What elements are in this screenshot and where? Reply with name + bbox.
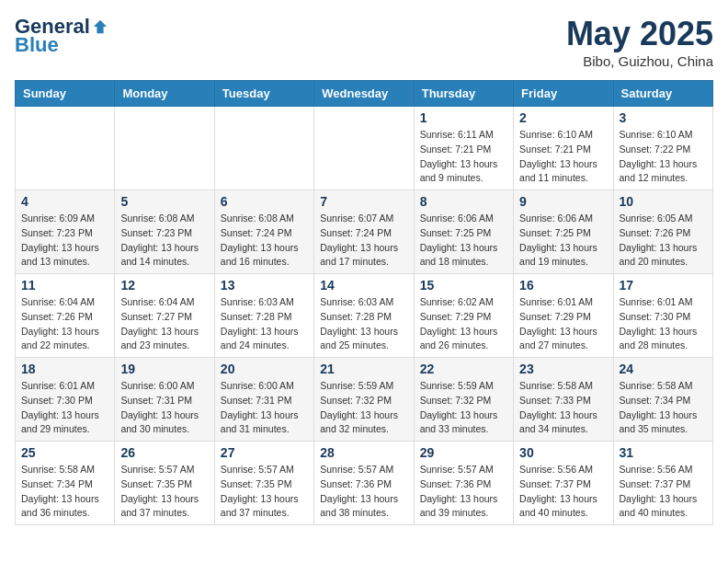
page-header: General Blue May 2025 Bibo, Guizhou, Chi…	[15, 15, 713, 69]
weekday-header: Monday	[115, 81, 214, 107]
day-info: Sunrise: 6:01 AM Sunset: 7:30 PM Dayligh…	[620, 295, 707, 353]
day-info: Sunrise: 6:06 AM Sunset: 7:25 PM Dayligh…	[519, 212, 607, 270]
day-number: 30	[519, 445, 607, 460]
day-number: 7	[320, 194, 407, 209]
calendar-day-cell: 29Sunrise: 5:57 AM Sunset: 7:36 PM Dayli…	[414, 442, 513, 525]
weekday-header: Saturday	[613, 81, 712, 107]
calendar-day-cell: 7Sunrise: 6:07 AM Sunset: 7:24 PM Daylig…	[314, 190, 414, 274]
calendar-day-cell: 8Sunrise: 6:06 AM Sunset: 7:25 PM Daylig…	[414, 190, 513, 274]
calendar-day-cell: 18Sunrise: 6:01 AM Sunset: 7:30 PM Dayli…	[16, 358, 115, 442]
weekday-header: Wednesday	[314, 81, 414, 107]
day-info: Sunrise: 5:57 AM Sunset: 7:36 PM Dayligh…	[320, 463, 407, 521]
calendar-day-cell	[214, 107, 313, 190]
day-info: Sunrise: 6:05 AM Sunset: 7:26 PM Dayligh…	[620, 212, 707, 270]
day-info: Sunrise: 6:04 AM Sunset: 7:27 PM Dayligh…	[120, 295, 208, 353]
title-block: May 2025 Bibo, Guizhou, China	[566, 15, 713, 69]
day-info: Sunrise: 6:08 AM Sunset: 7:23 PM Dayligh…	[120, 212, 208, 270]
day-number: 6	[221, 194, 308, 209]
day-number: 31	[620, 445, 707, 460]
calendar-week-row: 1Sunrise: 6:11 AM Sunset: 7:21 PM Daylig…	[16, 107, 713, 190]
calendar-day-cell: 9Sunrise: 6:06 AM Sunset: 7:25 PM Daylig…	[514, 190, 613, 274]
calendar-week-row: 25Sunrise: 5:58 AM Sunset: 7:34 PM Dayli…	[16, 442, 713, 525]
day-info: Sunrise: 6:03 AM Sunset: 7:28 PM Dayligh…	[221, 295, 308, 353]
calendar-day-cell	[16, 107, 115, 190]
day-number: 28	[320, 445, 407, 460]
calendar-day-cell: 11Sunrise: 6:04 AM Sunset: 7:26 PM Dayli…	[16, 274, 115, 358]
day-info: Sunrise: 5:57 AM Sunset: 7:35 PM Dayligh…	[120, 463, 208, 521]
calendar-day-cell: 16Sunrise: 6:01 AM Sunset: 7:29 PM Dayli…	[514, 274, 613, 358]
calendar-day-cell: 5Sunrise: 6:08 AM Sunset: 7:23 PM Daylig…	[115, 190, 214, 274]
svg-marker-0	[94, 20, 107, 33]
calendar-week-row: 18Sunrise: 6:01 AM Sunset: 7:30 PM Dayli…	[16, 358, 713, 442]
day-number: 27	[221, 445, 308, 460]
month-title: May 2025	[566, 15, 713, 53]
day-info: Sunrise: 6:10 AM Sunset: 7:22 PM Dayligh…	[620, 128, 707, 186]
day-number: 4	[21, 194, 108, 209]
day-info: Sunrise: 6:01 AM Sunset: 7:29 PM Dayligh…	[519, 295, 607, 353]
day-number: 21	[320, 362, 407, 376]
day-number: 11	[21, 278, 108, 293]
day-info: Sunrise: 6:11 AM Sunset: 7:21 PM Dayligh…	[420, 128, 507, 186]
day-number: 19	[120, 362, 208, 376]
day-info: Sunrise: 5:58 AM Sunset: 7:34 PM Dayligh…	[21, 463, 108, 521]
calendar-day-cell: 13Sunrise: 6:03 AM Sunset: 7:28 PM Dayli…	[214, 274, 313, 358]
day-number: 22	[420, 362, 507, 376]
day-number: 24	[620, 362, 707, 376]
logo-icon	[92, 18, 108, 35]
day-number: 25	[21, 445, 108, 460]
calendar-table: SundayMondayTuesdayWednesdayThursdayFrid…	[15, 80, 713, 525]
calendar-week-row: 11Sunrise: 6:04 AM Sunset: 7:26 PM Dayli…	[16, 274, 713, 358]
day-info: Sunrise: 6:03 AM Sunset: 7:28 PM Dayligh…	[320, 295, 407, 353]
calendar-day-cell: 4Sunrise: 6:09 AM Sunset: 7:23 PM Daylig…	[16, 190, 115, 274]
day-number: 20	[221, 362, 308, 376]
day-info: Sunrise: 5:58 AM Sunset: 7:34 PM Dayligh…	[620, 379, 707, 437]
calendar-day-cell: 2Sunrise: 6:10 AM Sunset: 7:21 PM Daylig…	[514, 107, 613, 190]
day-number: 2	[519, 110, 607, 125]
day-number: 16	[519, 278, 607, 293]
calendar-day-cell: 30Sunrise: 5:56 AM Sunset: 7:37 PM Dayli…	[514, 442, 613, 525]
calendar-day-cell	[115, 107, 214, 190]
day-info: Sunrise: 6:02 AM Sunset: 7:29 PM Dayligh…	[420, 295, 507, 353]
day-number: 14	[320, 278, 407, 293]
calendar-day-cell: 26Sunrise: 5:57 AM Sunset: 7:35 PM Dayli…	[115, 442, 214, 525]
day-info: Sunrise: 6:00 AM Sunset: 7:31 PM Dayligh…	[120, 379, 208, 437]
day-number: 9	[519, 194, 607, 209]
location-text: Bibo, Guizhou, China	[566, 53, 713, 69]
calendar-day-cell: 22Sunrise: 5:59 AM Sunset: 7:32 PM Dayli…	[414, 358, 513, 442]
logo-blue-text: Blue	[15, 33, 59, 57]
day-number: 18	[21, 362, 108, 376]
calendar-header-row: SundayMondayTuesdayWednesdayThursdayFrid…	[16, 81, 713, 107]
day-info: Sunrise: 6:01 AM Sunset: 7:30 PM Dayligh…	[21, 379, 108, 437]
day-info: Sunrise: 6:09 AM Sunset: 7:23 PM Dayligh…	[21, 212, 108, 270]
day-number: 10	[620, 194, 707, 209]
calendar-day-cell: 27Sunrise: 5:57 AM Sunset: 7:35 PM Dayli…	[214, 442, 313, 525]
day-number: 8	[420, 194, 507, 209]
day-info: Sunrise: 6:06 AM Sunset: 7:25 PM Dayligh…	[420, 212, 507, 270]
day-number: 12	[120, 278, 208, 293]
day-number: 3	[620, 110, 707, 125]
day-info: Sunrise: 6:10 AM Sunset: 7:21 PM Dayligh…	[519, 128, 607, 186]
day-info: Sunrise: 5:56 AM Sunset: 7:37 PM Dayligh…	[519, 463, 607, 521]
calendar-day-cell: 24Sunrise: 5:58 AM Sunset: 7:34 PM Dayli…	[613, 358, 712, 442]
calendar-day-cell: 12Sunrise: 6:04 AM Sunset: 7:27 PM Dayli…	[115, 274, 214, 358]
calendar-day-cell: 31Sunrise: 5:56 AM Sunset: 7:37 PM Dayli…	[613, 442, 712, 525]
day-info: Sunrise: 6:00 AM Sunset: 7:31 PM Dayligh…	[221, 379, 308, 437]
day-info: Sunrise: 6:07 AM Sunset: 7:24 PM Dayligh…	[320, 212, 407, 270]
day-number: 13	[221, 278, 308, 293]
weekday-header: Friday	[514, 81, 613, 107]
calendar-day-cell: 21Sunrise: 5:59 AM Sunset: 7:32 PM Dayli…	[314, 358, 414, 442]
calendar-day-cell: 14Sunrise: 6:03 AM Sunset: 7:28 PM Dayli…	[314, 274, 414, 358]
calendar-day-cell: 25Sunrise: 5:58 AM Sunset: 7:34 PM Dayli…	[16, 442, 115, 525]
day-info: Sunrise: 6:08 AM Sunset: 7:24 PM Dayligh…	[221, 212, 308, 270]
day-info: Sunrise: 5:59 AM Sunset: 7:32 PM Dayligh…	[420, 379, 507, 437]
calendar-day-cell: 6Sunrise: 6:08 AM Sunset: 7:24 PM Daylig…	[214, 190, 313, 274]
logo: General Blue	[15, 15, 108, 57]
day-info: Sunrise: 5:57 AM Sunset: 7:36 PM Dayligh…	[420, 463, 507, 521]
day-info: Sunrise: 6:04 AM Sunset: 7:26 PM Dayligh…	[21, 295, 108, 353]
calendar-day-cell: 17Sunrise: 6:01 AM Sunset: 7:30 PM Dayli…	[613, 274, 712, 358]
day-number: 17	[620, 278, 707, 293]
day-number: 29	[420, 445, 507, 460]
day-number: 23	[519, 362, 607, 376]
day-number: 26	[120, 445, 208, 460]
calendar-day-cell: 15Sunrise: 6:02 AM Sunset: 7:29 PM Dayli…	[414, 274, 513, 358]
